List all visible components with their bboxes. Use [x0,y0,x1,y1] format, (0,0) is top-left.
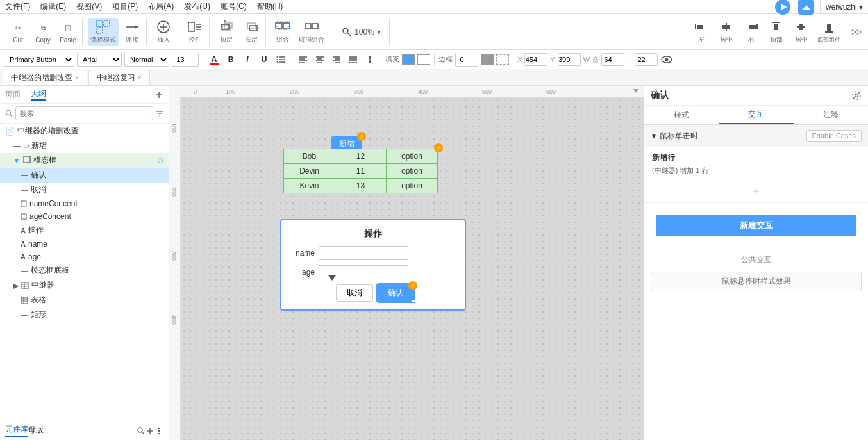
username[interactable]: weiwuzhi ▾ [826,3,863,12]
tree-item-ageconcent[interactable]: ageConcent [0,210,169,223]
tab-0[interactable]: 中继器的增删改查 × [3,70,87,85]
copy-button[interactable]: ⧉ Copy [31,18,54,46]
menu-item-help[interactable]: 帮助(H) [257,1,283,12]
menu-item-view[interactable]: 视图(V) [76,1,102,12]
font-select[interactable]: Arial [77,53,122,67]
hover-style-button[interactable]: 鼠标悬停时样式效果 [651,272,862,291]
select-mode-button[interactable]: 选择模式 [88,18,119,46]
zoom-control[interactable]: 100% ▾ [335,18,387,46]
paste-button[interactable]: 📋 Paste [56,18,79,46]
list-button[interactable] [274,53,288,67]
tab-1[interactable]: 中继器复习 × [88,70,150,85]
more-bottom-icon[interactable] [154,427,163,436]
confirm-button[interactable]: 确认 ⚡ [377,284,414,302]
bottom-layer-button[interactable]: 底层 [240,18,263,46]
menu-item-file[interactable]: 文件(F) [5,1,30,12]
collapse-icon[interactable] [631,86,641,97]
panel-tab-page[interactable]: 页面 [5,89,21,100]
style-select[interactable]: Primary Button [4,53,74,67]
filter-icon[interactable] [156,110,163,117]
text-align-justify-button[interactable] [346,53,360,67]
tree-item-nameconcent[interactable]: nameConcent [0,197,169,210]
font-size-input[interactable] [172,53,199,67]
tree-item-modaltag[interactable]: ▼ 模态框 ⬡ [0,153,169,168]
italic-button[interactable]: I [240,53,255,67]
add-bottom-icon[interactable] [146,427,154,436]
menu-item-account[interactable]: 账号(C) [221,1,247,12]
menu-item-publish[interactable]: 发布(U) [184,1,210,12]
y-input[interactable] [558,53,581,66]
connect-button[interactable]: 连接 [121,18,144,46]
name-input[interactable] [319,246,408,260]
bottom-tab-masters[interactable]: 母版 [28,425,44,437]
border-style-btn[interactable] [496,54,509,65]
text-align-center-button[interactable] [313,53,327,67]
enable-cases-button[interactable]: Enable Cases [806,130,862,142]
tree-item-quxiao[interactable]: — 取消 [0,183,169,197]
top-layer-button[interactable]: 顶层 [215,18,238,46]
public-interaction[interactable]: 公共交互 [651,250,862,269]
add-action-button[interactable]: + [652,185,860,199]
add-icon[interactable] [154,90,163,99]
menu-item-edit[interactable]: 编辑(E) [40,1,66,12]
search-bottom-icon[interactable] [137,427,146,436]
border-width-input[interactable] [455,53,478,67]
border-color-swatch[interactable] [481,54,494,65]
right-tab-interact[interactable]: 交互 [719,106,793,124]
tab-1-close[interactable]: × [138,74,142,81]
new-interaction-button[interactable]: 新建交互 [656,215,856,236]
font-color-button[interactable]: A [207,53,221,67]
menu-item-layout[interactable]: 布局(A) [148,1,174,12]
share-icon[interactable]: ☁ [797,0,815,16]
search-input[interactable] [15,106,153,120]
text-vertical-align-button[interactable] [363,53,377,67]
right-tab-style[interactable]: 样式 [644,106,719,124]
tree-item-queren[interactable]: — 确认 [0,168,169,183]
control-button[interactable]: 控件 [183,18,206,46]
svg-rect-34 [749,25,756,29]
text-align-left-button[interactable] [296,53,310,67]
settings-icon[interactable] [851,90,862,101]
align-top-button[interactable]: 顶部 [765,18,788,46]
tree-item-caozuo[interactable]: A 操作 [0,223,169,238]
underline-button[interactable]: U [257,53,271,67]
visibility-icon[interactable] [660,54,673,65]
tree-item-juxing[interactable]: — 矩形 [0,307,169,322]
tree-item-diban[interactable]: — 模态框底板 [0,263,169,278]
canvas[interactable]: 新增 ⚡ ⚡ Bob 12 option Devin 11 [181,97,644,440]
resize-handle[interactable] [412,299,415,303]
bold-button[interactable]: B [224,53,238,67]
w-input[interactable] [601,53,624,66]
tab-0-close[interactable]: × [75,74,79,81]
preview-icon[interactable] [774,0,792,16]
ungroup-button[interactable]: 取消组合 [296,18,327,46]
align-bottom-button[interactable]: 底部组件 [815,18,843,46]
tree-item-modal-label: 模态框 [33,155,56,166]
h-input[interactable] [635,53,658,66]
fill-color-swatch2[interactable] [417,54,430,65]
right-tab-annotation[interactable]: 注释 [794,106,868,124]
tree-item-page[interactable]: 📄 中继器的增删改查 [0,124,169,138]
cancel-button[interactable]: 取消 [336,284,373,302]
tree-item-age[interactable]: A age [0,250,169,263]
tree-item-biaoge[interactable]: 表格 [0,293,169,307]
align-center-button[interactable]: 居中 [715,18,738,46]
weight-select[interactable]: Normal [124,53,169,67]
panel-tab-outline[interactable]: 大纲 [31,88,46,101]
tree-item-zhongjiqi[interactable]: ▶ 中继器 [0,278,169,293]
tree-item-name[interactable]: A name [0,238,169,250]
fill-color-swatch[interactable] [402,54,415,65]
align-left-button[interactable]: 左 [690,18,713,46]
tree-item-xinzeng[interactable]: — ▭ 新增 [0,138,169,153]
group-button[interactable]: 组合 [271,18,294,46]
menu-item-project[interactable]: 项目(P) [112,1,138,12]
insert-button[interactable]: 插入 [152,18,175,46]
align-middle-button[interactable]: 居中 [790,18,813,46]
bottom-tab-elements[interactable]: 元件库 [5,424,28,437]
cut-button[interactable]: ✂ Cut [6,18,29,46]
align-right-button[interactable]: 右 [740,18,763,46]
x-input[interactable] [524,53,547,66]
more-button[interactable]: >> [849,26,864,38]
expand-arrow[interactable]: ▼ [651,133,657,140]
text-align-right-button[interactable] [330,53,344,67]
